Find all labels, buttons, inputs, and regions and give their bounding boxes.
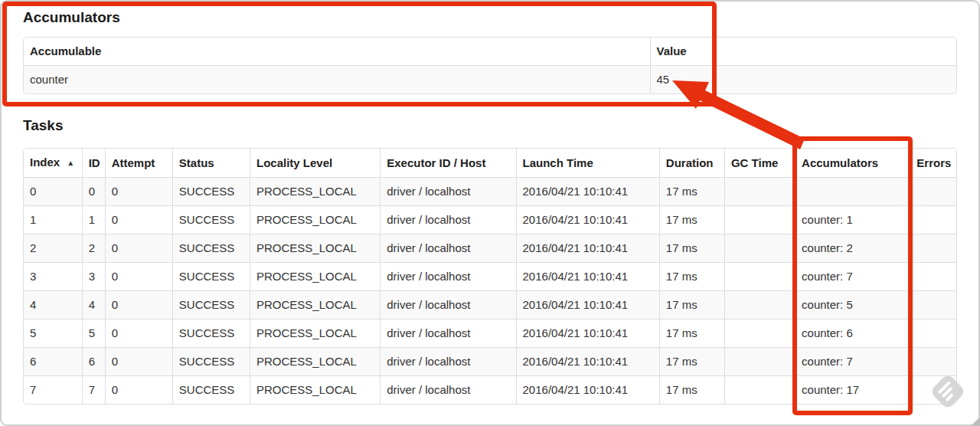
tasks-table: Index▲ ID Attempt Status Locality Level … bbox=[23, 148, 957, 405]
cell-id: 7 bbox=[82, 376, 105, 405]
table-row: 3 3 0 SUCCESS PROCESS_LOCAL driver / loc… bbox=[24, 263, 956, 291]
cell-index: 3 bbox=[24, 263, 82, 291]
corner-handle bbox=[971, 417, 980, 426]
cell-locality-level: PROCESS_LOCAL bbox=[250, 320, 380, 348]
cell-accumulators: counter: 7 bbox=[795, 263, 910, 291]
column-header-executor-id-host[interactable]: Executor ID / Host bbox=[381, 149, 516, 178]
accumulators-table: Accumulable Value counter 45 bbox=[23, 37, 957, 94]
cell-status: SUCCESS bbox=[172, 206, 250, 234]
cell-duration: 17 ms bbox=[659, 320, 724, 348]
cell-locality-level: PROCESS_LOCAL bbox=[250, 206, 380, 234]
table-row: 6 6 0 SUCCESS PROCESS_LOCAL driver / loc… bbox=[24, 348, 956, 376]
cell-executor-id-host: driver / localhost bbox=[381, 348, 516, 376]
cell-duration: 17 ms bbox=[659, 263, 724, 291]
cell-id: 0 bbox=[82, 178, 105, 206]
cell-accumulators: counter: 5 bbox=[795, 291, 910, 320]
tasks-section-title: Tasks bbox=[23, 117, 957, 134]
table-header-row: Index▲ ID Attempt Status Locality Level … bbox=[24, 149, 956, 178]
cell-errors bbox=[910, 320, 956, 348]
cell-status: SUCCESS bbox=[172, 348, 250, 376]
column-header-duration[interactable]: Duration bbox=[659, 149, 724, 178]
cell-status: SUCCESS bbox=[172, 234, 250, 263]
cell-accumulable-name: counter bbox=[24, 66, 650, 94]
cell-index: 0 bbox=[24, 178, 82, 206]
cell-index: 1 bbox=[24, 206, 82, 234]
cell-errors bbox=[910, 206, 956, 234]
cell-errors bbox=[910, 263, 956, 291]
table-row: 4 4 0 SUCCESS PROCESS_LOCAL driver / loc… bbox=[24, 291, 956, 320]
cell-executor-id-host: driver / localhost bbox=[381, 376, 516, 405]
cell-id: 5 bbox=[82, 320, 105, 348]
column-header-launch-time[interactable]: Launch Time bbox=[516, 149, 659, 178]
cell-locality-level: PROCESS_LOCAL bbox=[250, 263, 380, 291]
column-header-value: Value bbox=[650, 38, 957, 66]
cell-attempt: 0 bbox=[105, 263, 172, 291]
sort-ascending-icon: ▲ bbox=[67, 159, 74, 167]
cell-duration: 17 ms bbox=[659, 376, 724, 405]
cell-duration: 17 ms bbox=[659, 348, 724, 376]
cell-errors bbox=[910, 178, 956, 206]
cell-executor-id-host: driver / localhost bbox=[381, 234, 516, 263]
cell-status: SUCCESS bbox=[172, 178, 250, 206]
cell-launch-time: 2016/04/21 10:10:41 bbox=[516, 291, 659, 320]
cell-gc-time bbox=[724, 348, 795, 376]
cell-status: SUCCESS bbox=[172, 291, 250, 320]
cell-attempt: 0 bbox=[105, 348, 172, 376]
column-header-errors[interactable]: Errors bbox=[910, 149, 956, 178]
cell-executor-id-host: driver / localhost bbox=[381, 206, 516, 234]
table-row: 5 5 0 SUCCESS PROCESS_LOCAL driver / loc… bbox=[24, 320, 956, 348]
cell-attempt: 0 bbox=[105, 320, 172, 348]
cell-gc-time bbox=[724, 291, 795, 320]
cell-locality-level: PROCESS_LOCAL bbox=[250, 291, 380, 320]
table-row: 0 0 0 SUCCESS PROCESS_LOCAL driver / loc… bbox=[24, 178, 956, 206]
cell-errors bbox=[910, 234, 956, 263]
cell-status: SUCCESS bbox=[172, 320, 250, 348]
column-header-index-label: Index bbox=[30, 156, 60, 169]
cell-errors bbox=[910, 291, 956, 320]
column-header-attempt[interactable]: Attempt bbox=[105, 149, 172, 178]
table-header-row: Accumulable Value bbox=[24, 38, 957, 66]
cell-accumulators: counter: 2 bbox=[795, 234, 910, 263]
cell-gc-time bbox=[724, 263, 795, 291]
accumulators-section-title: Accumulators bbox=[23, 9, 957, 26]
cell-launch-time: 2016/04/21 10:10:41 bbox=[516, 263, 659, 291]
cell-launch-time: 2016/04/21 10:10:41 bbox=[516, 320, 659, 348]
cell-attempt: 0 bbox=[105, 234, 172, 263]
column-header-index[interactable]: Index▲ bbox=[24, 149, 82, 178]
cell-duration: 17 ms bbox=[659, 291, 724, 320]
cell-executor-id-host: driver / localhost bbox=[381, 263, 516, 291]
cell-errors bbox=[910, 348, 956, 376]
table-row: 1 1 0 SUCCESS PROCESS_LOCAL driver / loc… bbox=[24, 206, 956, 234]
cell-duration: 17 ms bbox=[659, 234, 724, 263]
cell-id: 1 bbox=[82, 206, 105, 234]
cell-locality-level: PROCESS_LOCAL bbox=[250, 234, 380, 263]
cell-id: 2 bbox=[82, 234, 105, 263]
cell-accumulators: counter: 17 bbox=[795, 376, 910, 405]
page-content: Accumulators Accumulable Value counter 4… bbox=[0, 0, 980, 405]
column-header-accumulable: Accumulable bbox=[24, 38, 650, 66]
column-header-id[interactable]: ID bbox=[82, 149, 105, 178]
cell-duration: 17 ms bbox=[659, 178, 724, 206]
cell-index: 5 bbox=[24, 320, 82, 348]
cell-index: 2 bbox=[24, 234, 82, 263]
cell-accumulators: counter: 7 bbox=[795, 348, 910, 376]
column-header-accumulators[interactable]: Accumulators bbox=[795, 149, 910, 178]
cell-id: 4 bbox=[82, 291, 105, 320]
cell-index: 4 bbox=[24, 291, 82, 320]
cell-launch-time: 2016/04/21 10:10:41 bbox=[516, 206, 659, 234]
cell-errors bbox=[910, 376, 956, 405]
table-row: 7 7 0 SUCCESS PROCESS_LOCAL driver / loc… bbox=[24, 376, 956, 405]
column-header-status[interactable]: Status bbox=[172, 149, 250, 178]
cell-gc-time bbox=[724, 178, 795, 206]
column-header-locality-level[interactable]: Locality Level bbox=[250, 149, 380, 178]
cell-id: 6 bbox=[82, 348, 105, 376]
cell-launch-time: 2016/04/21 10:10:41 bbox=[516, 348, 659, 376]
cell-attempt: 0 bbox=[105, 376, 172, 405]
cell-index: 7 bbox=[24, 376, 82, 405]
cell-locality-level: PROCESS_LOCAL bbox=[250, 178, 380, 206]
column-header-gc-time[interactable]: GC Time bbox=[724, 149, 795, 178]
cell-gc-time bbox=[724, 234, 795, 263]
cell-status: SUCCESS bbox=[172, 376, 250, 405]
cell-duration: 17 ms bbox=[659, 206, 724, 234]
cell-id: 3 bbox=[82, 263, 105, 291]
